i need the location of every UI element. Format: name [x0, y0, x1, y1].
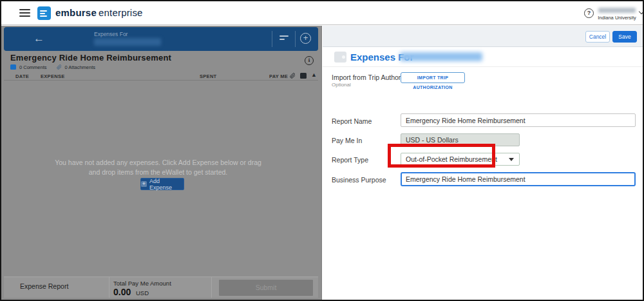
cancel-button[interactable]: Cancel	[585, 31, 610, 43]
empty-state-line1: You have not added any expenses. Click A…	[1, 158, 315, 168]
paperclip-icon	[57, 64, 62, 70]
panel-header-title: Expenses For	[94, 31, 128, 37]
help-icon[interactable]	[584, 8, 594, 18]
column-header-spent[interactable]: SPENT	[200, 73, 217, 79]
comments-count[interactable]: 0 Comments	[19, 64, 47, 70]
hamburger-menu-icon[interactable]	[19, 9, 30, 17]
import-trip-authorization-button[interactable]: IMPORT TRIP AUTHORIZATION	[401, 72, 465, 83]
pay-me-in-label: Pay Me In	[332, 137, 362, 144]
report-meta-row: 0 Comments 0 Attachments	[10, 64, 95, 70]
expense-header-form: Import from Trip Authorization Optional …	[323, 67, 643, 300]
business-purpose-input[interactable]	[401, 172, 636, 186]
submit-button[interactable]: Submit	[219, 280, 313, 296]
comment-icon	[300, 73, 307, 79]
edit-title-row: Expenses For	[323, 48, 643, 67]
top-bar: emburseenterprise Indiana University	[1, 1, 643, 25]
expense-report-panel: Expenses For Emergency Ride Home Reimbur…	[1, 26, 322, 300]
redacted-report-owner	[94, 38, 161, 46]
column-header-pay-me[interactable]: PAY ME	[269, 73, 288, 79]
plus-circle-icon[interactable]	[300, 33, 311, 44]
redacted-user-name	[598, 8, 636, 13]
column-header-date[interactable]: DATE	[15, 73, 29, 79]
edit-toolbar: Cancel Save	[323, 26, 643, 47]
report-name-input[interactable]	[401, 113, 636, 127]
add-expense-plus-icon	[141, 181, 147, 187]
paperclip-icon	[290, 72, 296, 79]
brand-regular: enterprise	[99, 7, 143, 18]
emburse-logo	[37, 6, 51, 20]
total-pay-me-value: 0.00	[113, 287, 131, 297]
brand-title: emburseenterprise	[55, 7, 143, 18]
app-window: emburseenterprise Indiana University Exp…	[0, 0, 644, 301]
total-pay-me-label: Total Pay Me Amount	[113, 280, 171, 287]
import-optional-label: Optional	[332, 82, 351, 88]
comment-icon	[10, 64, 16, 70]
footer-report-label: Expense Report	[20, 282, 68, 290]
total-currency: USD	[136, 289, 149, 296]
edit-expenses-panel: Cancel Save Expenses For Import from Tri…	[323, 26, 643, 300]
footer-divider	[211, 277, 212, 298]
wallet-icon	[334, 52, 346, 63]
brand-bold: emburse	[55, 7, 97, 18]
business-purpose-label: Business Purpose	[332, 176, 386, 184]
report-type-value: Out-of-Pocket Reimbursement	[406, 155, 497, 163]
warning-triangle-icon	[311, 72, 317, 78]
sort-icon[interactable]	[279, 35, 290, 42]
header-divider	[272, 31, 272, 47]
redacted-expense-owner	[400, 52, 482, 61]
empty-state-line2: and drop items from the eWallet to get s…	[1, 168, 315, 177]
header-divider	[295, 31, 296, 47]
footer-divider	[109, 277, 109, 298]
info-icon[interactable]	[305, 56, 314, 65]
report-type-label: Report Type	[332, 156, 368, 164]
report-footer-bar: Expense Report Total Pay Me Amount 0.00 …	[4, 277, 318, 298]
expense-table-header: DATE EXPENSE SPENT PAY ME	[4, 72, 318, 81]
user-menu[interactable]: Indiana University	[595, 8, 639, 21]
pay-me-in-field	[401, 133, 520, 146]
back-arrow-icon[interactable]	[33, 32, 48, 45]
report-title: Emergency Ride Home Reimbursement	[10, 53, 171, 63]
empty-state-message: You have not added any expenses. Click A…	[1, 158, 315, 177]
report-panel-header: Expenses For	[4, 27, 318, 51]
report-name-label: Report Name	[332, 117, 372, 125]
chevron-down-icon	[639, 10, 644, 14]
save-button[interactable]: Save	[612, 31, 637, 43]
report-type-select[interactable]: Out-of-Pocket Reimbursement	[401, 153, 520, 166]
user-organization: Indiana University	[595, 15, 639, 21]
add-expense-label: Add Expense	[149, 178, 184, 191]
attachments-count[interactable]: 0 Attachments	[65, 64, 96, 70]
column-header-expense[interactable]: EXPENSE	[41, 73, 65, 79]
add-expense-button[interactable]: Add Expense	[140, 178, 184, 190]
dropdown-caret-icon	[509, 158, 514, 161]
